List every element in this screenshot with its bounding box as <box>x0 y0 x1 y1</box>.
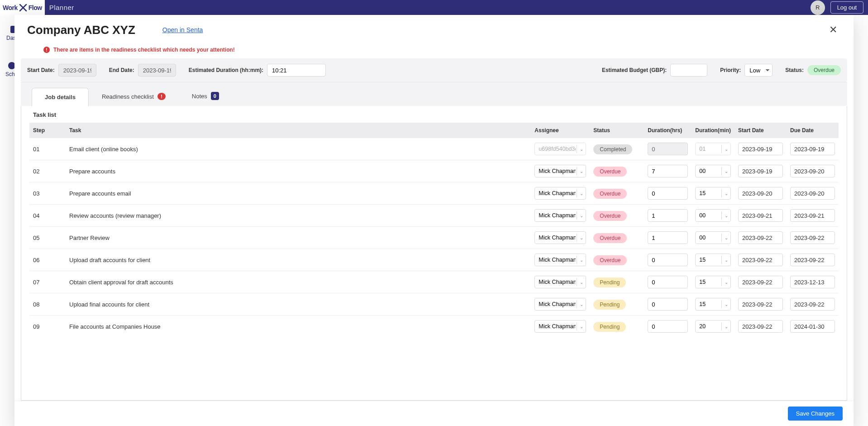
modal-backdrop: Company ABC XYZ Open in Senta ✕ ! There … <box>0 0 868 15</box>
